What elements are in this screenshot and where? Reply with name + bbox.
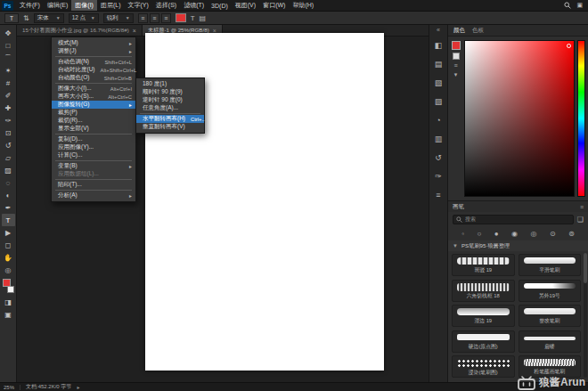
color-panel-icon[interactable]: ◧ (431, 36, 446, 54)
menu-item[interactable]: 模式(M)▸ (52, 39, 135, 47)
menu-item[interactable]: 自动色调(N)Shift+Ctrl+L (52, 58, 135, 66)
align-center-icon[interactable]: ≡ (150, 13, 159, 23)
history-panel-icon[interactable]: ↺ (431, 148, 446, 167)
status-options-icon[interactable]: ▸ (77, 384, 79, 390)
tab-color[interactable]: 颜色 (453, 27, 465, 35)
menubar-item[interactable]: 图层(L) (97, 0, 125, 11)
shape-tool-icon[interactable]: ◻ (2, 239, 15, 251)
warp-text-icon[interactable]: T (191, 14, 195, 22)
brush-item[interactable]: 六角切线框 18 (452, 280, 515, 302)
menubar-item[interactable]: 帮助(H) (289, 0, 317, 11)
background-color-swatch[interactable] (7, 286, 14, 293)
healing-brush-tool-icon[interactable]: ✚ (2, 102, 15, 114)
menubar-item[interactable]: 文字(Y) (124, 0, 151, 11)
menu-item[interactable]: 逆时针 90 度(0) (136, 96, 204, 104)
menubar-item[interactable]: 视图(V) (232, 0, 259, 11)
antialias-select[interactable]: 锐利▼ (103, 13, 134, 23)
patterns-panel-icon[interactable]: ▨ (431, 92, 446, 110)
menu-item[interactable]: 画布大小(S)...Alt+Ctrl+C (52, 93, 135, 101)
brush-scrollbar[interactable] (584, 253, 587, 378)
blur-tool-icon[interactable]: ◌ (2, 176, 15, 189)
brush-group-header[interactable]: ▼ PS笔刷95·狼酱整理 (448, 240, 588, 251)
menubar-item[interactable]: 选择(S) (152, 0, 180, 11)
foreground-color-chip[interactable] (452, 41, 461, 50)
menu-item[interactable]: 分析(A)▸ (52, 191, 135, 200)
menu-item[interactable]: 图像大小(I)...Alt+Ctrl+I (52, 85, 135, 93)
swatches-panel-icon[interactable]: ▤ (431, 54, 446, 73)
brush-item[interactable]: 整改笔刷 (519, 305, 582, 327)
brush-item[interactable]: 硬边(原点图) (452, 330, 515, 353)
menu-item[interactable]: 复制(D)... (52, 135, 135, 143)
brush-settings-panel-icon[interactable]: ✑ (431, 167, 446, 185)
hand-tool-icon[interactable]: ✋ (2, 251, 15, 264)
scrollbar-thumb[interactable] (584, 253, 587, 283)
background-color-chip[interactable] (453, 53, 460, 60)
menubar-item[interactable]: 文件(F) (16, 0, 44, 11)
menu-item[interactable]: 显示全部(V) (52, 125, 135, 133)
brush-search-input[interactable] (465, 216, 570, 222)
font-size-select[interactable]: 12 点▼ (69, 13, 99, 23)
properties-panel-icon[interactable]: ≡ (431, 185, 446, 204)
zoom-level[interactable]: 25% (4, 385, 20, 390)
new-brush-icon[interactable]: ❏ (577, 216, 584, 224)
menu-item[interactable]: 垂直翻转画布(V) (136, 123, 204, 131)
color-cursor[interactable] (567, 44, 571, 48)
dodge-tool-icon[interactable]: ◐ (2, 189, 15, 201)
menubar-item[interactable]: 窗口(W) (259, 0, 289, 11)
hue-slider[interactable] (577, 40, 585, 197)
menu-item[interactable]: 图像旋转(G)▸ (52, 101, 135, 109)
menubar-item[interactable]: 编辑(E) (44, 0, 71, 11)
adjustments-panel-icon[interactable]: ◔ (431, 110, 446, 129)
clone-stamp-tool-icon[interactable]: ⊡ (2, 126, 15, 139)
brush-tool-icon[interactable]: ✑ (2, 114, 15, 126)
brush-tip-double-icon[interactable]: ◎ (530, 230, 536, 238)
menu-item[interactable]: 自动颜色(O)Shift+Ctrl+B (52, 74, 135, 82)
saturation-brightness-field[interactable] (464, 40, 575, 197)
search-icon[interactable] (564, 2, 571, 9)
gradient-tool-icon[interactable]: ▨ (2, 164, 15, 176)
eyedropper-tool-icon[interactable]: ✐ (2, 89, 15, 102)
menu-item[interactable]: 变量(B)▸ (52, 162, 135, 170)
brush-item[interactable]: 浸染(笔刷图) (452, 355, 515, 378)
type-tool-icon[interactable]: T (2, 214, 15, 226)
align-left-icon[interactable]: ≡ (138, 13, 148, 23)
menu-item[interactable]: 顺时针 90 度(9) (136, 88, 204, 96)
menubar-item[interactable]: 滤镜(T) (180, 0, 208, 11)
menubar-item[interactable]: 图像(I) (71, 0, 97, 11)
text-color-swatch[interactable] (176, 13, 186, 22)
menu-item[interactable]: 裁切(R)... (52, 117, 135, 125)
toggle-panels-icon[interactable]: ▤ (200, 14, 207, 22)
menu-item[interactable]: 180 度(1) (136, 80, 204, 88)
screen-mode-icon[interactable]: ▣ (2, 308, 15, 321)
menu-item[interactable]: 自动对比度(U)Alt+Shift+Ctrl+L (52, 66, 135, 74)
menu-item[interactable]: 调整(J)▸ (52, 47, 135, 55)
eraser-tool-icon[interactable]: ▱ (2, 151, 15, 164)
color-menu-icon[interactable]: ▾ (454, 71, 458, 78)
brush-tip-small-icon[interactable]: ◦ (461, 230, 464, 238)
menu-item[interactable]: 裁剪(P) (52, 109, 135, 117)
gradients-panel-icon[interactable]: ▧ (431, 73, 446, 92)
brush-tip-dot-icon[interactable]: ⊙ (550, 230, 556, 238)
libraries-panel-icon[interactable]: ▥ (431, 129, 446, 148)
document-tab[interactable]: 15个好看圆圈小作业.jpg @ 16.7%(RGB/8#)× (17, 25, 143, 36)
move-tool-icon[interactable]: ✥ (2, 27, 15, 39)
font-family-select[interactable]: 宋体▼ (34, 13, 64, 23)
crop-tool-icon[interactable]: # (2, 77, 15, 89)
brush-tip-target-icon[interactable]: ⊚ (568, 230, 575, 238)
lasso-tool-icon[interactable]: ⌒ (2, 52, 15, 64)
tab-swatches[interactable]: 色板 (472, 27, 484, 35)
brush-item[interactable]: 湿边 19 (452, 305, 515, 327)
color-sliders-icon[interactable]: ≡ (453, 62, 457, 69)
menubar-item[interactable]: 3D(D) (208, 0, 232, 11)
menu-item[interactable]: 计算(C)... (52, 151, 135, 159)
menu-item[interactable]: 陷印(T)... (52, 181, 135, 189)
menu-item[interactable]: 水平翻转画布(H)Ctrl+.. (136, 115, 204, 123)
tab-close-icon[interactable]: × (133, 28, 136, 34)
brush-item[interactable]: 扁镂 (519, 330, 582, 353)
path-select-tool-icon[interactable]: ▶ (2, 226, 15, 239)
menu-item[interactable]: 应用图像(Y)... (52, 143, 135, 151)
brush-tip-solid-icon[interactable]: ● (494, 230, 499, 238)
color-swatches[interactable] (2, 278, 15, 294)
tool-preset-picker[interactable]: T (4, 13, 19, 23)
brush-tip-ring-icon[interactable]: ◉ (511, 230, 518, 238)
